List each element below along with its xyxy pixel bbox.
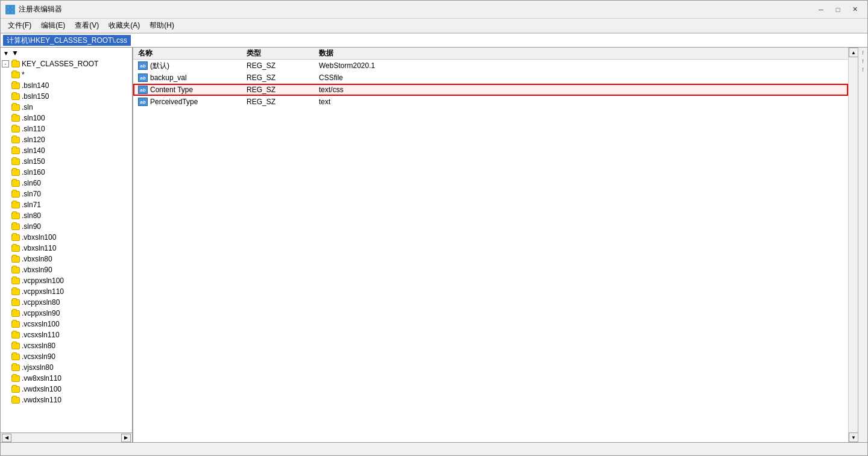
tree-item-vbxsln80[interactable]: .vbxsln80: [1, 254, 132, 264]
col-header-data: 数据: [314, 48, 848, 58]
tree-item-sln120[interactable]: .sln120: [1, 134, 132, 145]
tree-item-vcsxsln90[interactable]: .vcsxsln90: [1, 351, 132, 362]
cell-type-backup: REG_SZ: [242, 72, 314, 84]
folder-icon-hkcr: [11, 60, 20, 67]
tree-item-bsln150[interactable]: .bsln150: [1, 91, 132, 102]
tree-label-sln110: .sln110: [22, 125, 45, 133]
tree-label-vcsxsln110: .vcsxsln110: [22, 331, 60, 339]
tree-item-vbxsln110[interactable]: .vbxsln110: [1, 243, 132, 254]
title-bar: 注册表编辑器 ─ □ ✕: [1, 1, 867, 19]
tree-label-sln: .sln: [22, 103, 33, 111]
cell-data-default: WebStorm2020.1: [314, 60, 848, 72]
reg-icon-backup: ab: [138, 73, 148, 82]
menu-help[interactable]: 帮助(H): [145, 19, 179, 32]
tree-item-sln110[interactable]: .sln110: [1, 123, 132, 134]
maximize-button[interactable]: □: [830, 4, 846, 16]
hscroll-left-btn[interactable]: ◀: [2, 434, 11, 442]
tree-item-sln160[interactable]: .sln160: [1, 167, 132, 178]
window-title: 注册表编辑器: [19, 4, 62, 14]
expand-icon-hkcr[interactable]: -: [2, 60, 9, 67]
vscroll-up-btn[interactable]: ▲: [849, 48, 858, 57]
tree-item-vcsxsln110[interactable]: .vcsxsln110: [1, 330, 132, 340]
tree-item-vcppxsln80[interactable]: .vcppxsln80: [1, 297, 132, 308]
tree-label-sln71: .sln71: [22, 201, 41, 209]
tree-item-vcppxsln110[interactable]: .vcppxsln110: [1, 286, 132, 297]
tree-item-hkcr[interactable]: - KEY_CLASSES_ROOT: [1, 58, 132, 69]
registry-editor-window: 注册表编辑器 ─ □ ✕ 文件(F) 编辑(E) 查看(V) 收藏夹(A) 帮助…: [0, 0, 868, 456]
tree-hscroll[interactable]: ◀ ▶: [1, 433, 132, 442]
folder-icon-sln60: [11, 180, 20, 187]
folder-icon-vcsxsln100: [11, 320, 20, 328]
address-path[interactable]: 计算机\HKEY_CLASSES_ROOT\.css: [3, 35, 131, 46]
tree-item-vbxsln100[interactable]: .vbxsln100: [1, 232, 132, 243]
tree-item-sln80[interactable]: .sln80: [1, 210, 132, 221]
tree-item-vcsxsln80[interactable]: .vcsxsln80: [1, 340, 132, 351]
tree-item-vwdxsln100[interactable]: .vwdxsln100: [1, 384, 132, 395]
tree-item-sln70[interactable]: .sln70: [1, 189, 132, 199]
tree-item-sln140[interactable]: .sln140: [1, 145, 132, 156]
reg-row-content-type[interactable]: ab Content Type REG_SZ text/css: [133, 84, 848, 96]
menu-file[interactable]: 文件(F): [3, 19, 36, 32]
tree-label-sln80: .sln80: [22, 211, 41, 220]
tree-label-sln60: .sln60: [22, 179, 41, 187]
tree-item-sln90[interactable]: .sln90: [1, 221, 132, 232]
folder-icon-star: [11, 71, 20, 78]
cell-name-backup: ab backup_val: [133, 72, 242, 84]
reg-row-backup[interactable]: ab backup_val REG_SZ CSSfile: [133, 72, 848, 84]
tree-item-vw8xsln110[interactable]: .vw8xsln110: [1, 373, 132, 384]
tree-item-vcsxsln100[interactable]: .vcsxsln100: [1, 319, 132, 330]
cell-data-content-type: text/css: [314, 84, 848, 96]
reg-name-backup: backup_val: [150, 73, 187, 82]
vscroll-down-btn[interactable]: ▼: [849, 433, 858, 442]
minimize-button[interactable]: ─: [813, 4, 829, 16]
svg-rect-0: [7, 6, 10, 9]
folder-icon-sln150: [11, 158, 20, 165]
tree-label-vw8xsln110: .vw8xsln110: [22, 374, 61, 383]
menu-edit[interactable]: 编辑(E): [36, 19, 70, 32]
hscroll-track[interactable]: [11, 434, 121, 442]
tree-item-vjsxsln80[interactable]: .vjsxsln80: [1, 362, 132, 373]
right-vscrollbar: ▲ ▼: [848, 48, 858, 442]
title-bar-left: 注册表编辑器: [5, 4, 62, 14]
reg-icon-perceived: ab: [138, 98, 148, 106]
tree-label-vcsxsln90: .vcsxsln90: [22, 352, 55, 361]
tree-item-sln60[interactable]: .sln60: [1, 178, 132, 189]
tree-item-sln[interactable]: .sln: [1, 102, 132, 113]
tree-label-sln120: .sln120: [22, 136, 45, 144]
right-panel-rows: ab (默认) REG_SZ WebStorm2020.1 ab backup_…: [133, 60, 848, 442]
tree-item-vcppxsln90[interactable]: .vcppxsln90: [1, 308, 132, 319]
tree-item-rootbar[interactable]: ▼ ▼: [1, 48, 132, 58]
folder-icon-vjsxsln80: [11, 364, 20, 371]
folder-icon-vbxsln110: [11, 245, 20, 252]
folder-icon-bsln140: [11, 82, 20, 89]
folder-icon-vwdxsln110: [11, 396, 20, 404]
menu-favorites[interactable]: 收藏夹(A): [104, 19, 145, 32]
tree-item-vcppxsln100[interactable]: .vcppxsln100: [1, 275, 132, 286]
tree-item-sln150[interactable]: .sln150: [1, 156, 132, 167]
tree-label-star: *: [22, 70, 25, 79]
hscroll-right-btn[interactable]: ▶: [121, 434, 131, 442]
vscroll-track[interactable]: [849, 57, 858, 433]
far-letter-f2: f: [862, 57, 864, 66]
tree-item-sln100[interactable]: .sln100: [1, 113, 132, 123]
cell-name-default: ab (默认): [133, 60, 242, 72]
svg-rect-3: [11, 10, 14, 13]
svg-rect-2: [7, 10, 10, 13]
folder-icon-vw8xsln110: [11, 375, 20, 382]
reg-row-default[interactable]: ab (默认) REG_SZ WebStorm2020.1: [133, 60, 848, 72]
tree-item-sln71[interactable]: .sln71: [1, 199, 132, 210]
reg-row-perceived[interactable]: ab PerceivedType REG_SZ text: [133, 96, 848, 108]
folder-icon-vwdxsln100: [11, 386, 20, 393]
folder-icon-vbxsln80: [11, 255, 20, 263]
right-panel-header: 名称 类型 数据: [133, 48, 848, 60]
folder-icon-vcsxsln80: [11, 342, 20, 349]
menu-view[interactable]: 查看(V): [70, 19, 104, 32]
tree-label-sln100: .sln100: [22, 114, 45, 122]
folder-icon-sln100: [11, 114, 20, 122]
close-button[interactable]: ✕: [847, 4, 863, 16]
tree-item-vbxsln90[interactable]: .vbxsln90: [1, 264, 132, 275]
tree-scroll[interactable]: ▼ ▼ - KEY_CLASSES_ROOT *: [1, 48, 132, 433]
tree-item-vwdxsln110[interactable]: .vwdxsln110: [1, 395, 132, 405]
tree-item-star[interactable]: *: [1, 69, 132, 80]
tree-item-bsln140[interactable]: .bsln140: [1, 80, 132, 91]
